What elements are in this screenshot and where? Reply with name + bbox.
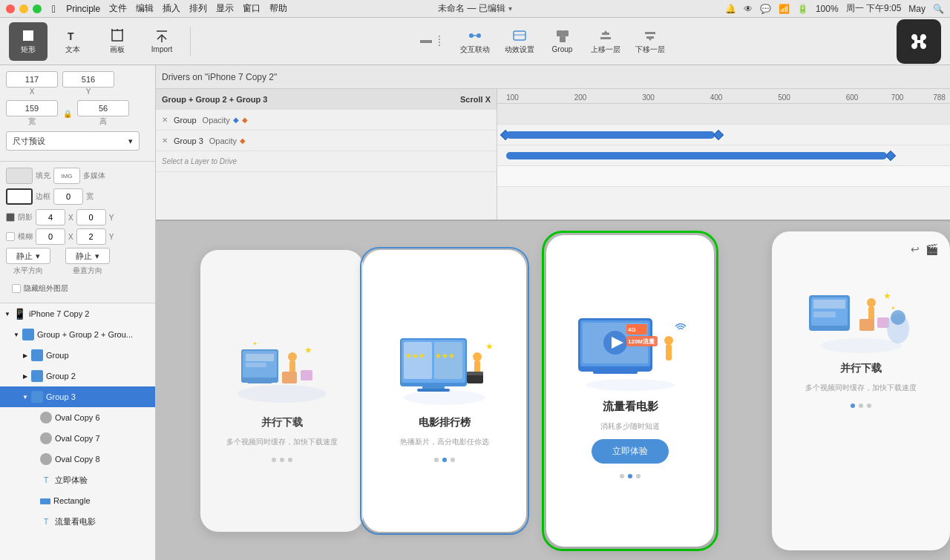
layer-group[interactable]: ▶ Group: [0, 345, 155, 366]
close-group-x[interactable]: ✕: [162, 116, 168, 124]
timeline-bar-group[interactable]: [506, 131, 715, 139]
artboard-tool-label: 画板: [110, 45, 125, 55]
keyframe-end-group[interactable]: [713, 130, 724, 140]
import-tool-button[interactable]: Import: [142, 22, 181, 61]
layer-group3[interactable]: ▼ Group 3: [0, 386, 155, 407]
search-icon[interactable]: 🔍: [933, 4, 944, 14]
properties-top: 117 X 516 Y 159 宽 🔒 56 高: [0, 65, 155, 162]
traffic-lights: [6, 4, 42, 13]
timeline-bar-group3[interactable]: [506, 152, 886, 159]
card3-cta-button[interactable]: 立即体验: [592, 439, 669, 464]
group-button[interactable]: Group: [543, 22, 582, 61]
x-input[interactable]: 117: [6, 71, 58, 88]
shadow-y-input[interactable]: [76, 209, 106, 225]
menu-window[interactable]: 窗口: [243, 2, 261, 15]
expand-arrow: ▼: [3, 309, 12, 318]
fill-swatch[interactable]: [6, 168, 33, 184]
media-label: 多媒体: [83, 171, 105, 181]
menu-arrange[interactable]: 排列: [189, 2, 207, 15]
card1-subtitle: 多个视频同时缓存，加快下载速度: [226, 437, 338, 447]
card3-frame: 4G 120M流量 流量看电影 消耗多少随时知道: [546, 235, 714, 547]
hide-groups-toggle[interactable]: 隐藏组外图层: [6, 280, 149, 297]
minimize-button[interactable]: [19, 4, 28, 13]
svg-rect-0: [23, 30, 33, 41]
svg-rect-17: [560, 36, 566, 42]
menu-view[interactable]: 显示: [216, 2, 234, 15]
menu-file[interactable]: 文件: [109, 2, 127, 15]
keyframe-end-group3[interactable]: [885, 151, 896, 161]
notification-icon: 🔔: [725, 4, 736, 14]
menu-edit[interactable]: 编辑: [136, 2, 154, 15]
vert-select[interactable]: 静止 ▾: [65, 248, 110, 264]
blur-y-input[interactable]: [76, 228, 106, 245]
media-swatch[interactable]: IMG: [53, 168, 80, 184]
blur-checkbox[interactable]: [6, 232, 15, 241]
dot2-active: [442, 458, 447, 462]
interact-label: 交互联动: [460, 45, 490, 55]
layer-group-combined[interactable]: ▼ Group + Group 2 + Grou...: [0, 324, 155, 345]
timeline-row-group: ✕ Group Opacity ◆ ◆: [156, 110, 497, 131]
timeline-row1-driver: Scroll X: [460, 95, 491, 104]
shadow-y-label: Y: [109, 214, 114, 222]
border-swatch[interactable]: [6, 188, 33, 205]
blur-x-input[interactable]: [36, 228, 65, 245]
layer-liuliangkandianying[interactable]: ▶ T 流量看电影: [0, 511, 155, 532]
dot3: [867, 403, 871, 408]
layer-ovalcopy8[interactable]: ▶ Oval Copy 8: [0, 449, 155, 470]
diamond-icon-3: ◆: [240, 136, 246, 145]
layer-ovalcopy6[interactable]: ▶ Oval Copy 6: [0, 407, 155, 428]
move-up-button[interactable]: 上移一层: [585, 22, 626, 61]
animate-label: 动效设置: [505, 45, 534, 55]
layer-rectangle[interactable]: ▶ Rectangle: [0, 490, 155, 511]
menu-insert[interactable]: 插入: [163, 2, 180, 15]
layer-group2[interactable]: ▶ Group 2: [0, 366, 155, 386]
text-icon-layer: T: [40, 474, 52, 486]
layer-ovalcopy7[interactable]: ▶ Oval Copy 7: [0, 428, 155, 449]
card2-title: 电影排行榜: [419, 416, 471, 429]
blur-x-label: X: [68, 233, 73, 241]
timeline-track-area[interactable]: 100 200 300 400 500 600 700 788: [497, 89, 950, 220]
timeline-ruler: 100 200 300 400 500 600 700 788: [497, 89, 950, 104]
border-label: 边框: [36, 191, 50, 202]
shadow-x-input[interactable]: [36, 209, 65, 225]
close-group3-x[interactable]: ✕: [162, 136, 168, 145]
svg-rect-16: [563, 30, 569, 36]
width-input[interactable]: 159: [6, 100, 58, 116]
left-panel: 117 X 516 Y 159 宽 🔒 56 高: [0, 65, 156, 560]
layer-tree[interactable]: ▼ 📱 iPhone 7 Copy 2 ▼ Group + Group 2 + …: [0, 303, 155, 560]
oval8-icon: [40, 453, 52, 465]
group2-icon-layer: [31, 370, 43, 382]
layer-iphone7copy2[interactable]: ▼ 📱 iPhone 7 Copy 2: [0, 303, 155, 324]
svg-rect-18: [600, 37, 611, 39]
preset-button[interactable]: 尺寸预设 ▾: [6, 131, 140, 151]
video-icon[interactable]: 🎬: [926, 243, 938, 255]
maximize-button[interactable]: [33, 4, 42, 13]
height-input[interactable]: 56: [77, 100, 129, 116]
menu-help[interactable]: 帮助: [269, 2, 287, 15]
horiz-select[interactable]: 静止 ▾: [6, 248, 50, 264]
svg-rect-13: [514, 31, 525, 40]
border-width-input[interactable]: [53, 188, 83, 205]
svg-rect-20: [645, 32, 655, 34]
text-tool-button[interactable]: T 文本: [53, 22, 92, 61]
hide-groups-label: 隐藏组外图层: [24, 283, 68, 294]
canvas-area[interactable]: ★ ✦ 并行下载 多个视频同时缓存，加快下载速度: [156, 221, 950, 560]
shadow-checkbox[interactable]: [6, 213, 15, 222]
move-down-button[interactable]: 下移一层: [629, 22, 671, 61]
menu-principle[interactable]: Principle: [66, 4, 100, 14]
cmd-icon: [905, 28, 932, 55]
y-input[interactable]: 516: [62, 71, 114, 88]
layer-iphone7copy2-label: iPhone 7 Copy 2: [29, 309, 89, 318]
undo-icon[interactable]: ↩: [911, 243, 920, 255]
main-area: 117 X 516 Y 159 宽 🔒 56 高: [0, 65, 950, 560]
animate-button[interactable]: 动效设置: [499, 22, 540, 61]
rect-tool-button[interactable]: 矩形: [9, 22, 48, 61]
svg-point-61: [820, 338, 902, 353]
svg-point-12: [476, 33, 481, 38]
close-button[interactable]: [6, 4, 15, 13]
artboard-tool-button[interactable]: 画板: [98, 22, 137, 61]
interact-button[interactable]: 交互联动: [454, 22, 496, 61]
tick-788: 788: [933, 93, 946, 102]
hide-groups-checkbox[interactable]: [12, 284, 21, 293]
layer-lijiyanti[interactable]: ▶ T 立即体验: [0, 470, 155, 490]
